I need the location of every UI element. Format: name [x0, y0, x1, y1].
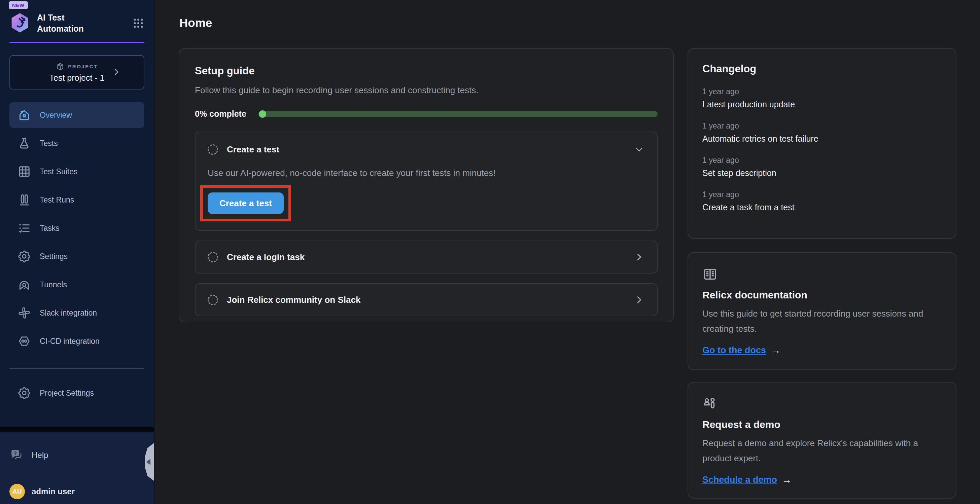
task-list-icon — [18, 221, 31, 235]
sidebar-item-label: Test Suites — [40, 167, 78, 176]
setup-guide-subtitle: Follow this guide to begin recording use… — [195, 85, 658, 95]
sidebar-item-tests[interactable]: Tests — [10, 130, 145, 156]
progress-dot — [259, 110, 266, 118]
request-demo-title: Request a demo — [702, 419, 942, 430]
request-demo-card: Request a demo Request a demo and explor… — [687, 382, 956, 499]
arrow-right-icon: → — [771, 345, 781, 356]
sidebar-item-tasks[interactable]: Tasks — [10, 215, 145, 241]
changelog-entry: 1 year ago Automatic retries on test fai… — [702, 121, 942, 144]
new-badge: NEW — [9, 2, 28, 9]
tunnel-icon — [18, 278, 31, 291]
step-title: Create a test — [227, 144, 279, 155]
step-incomplete-icon — [208, 144, 218, 155]
collapse-arrow-icon — [146, 459, 150, 465]
step-header[interactable]: Create a login task — [196, 241, 657, 273]
two-users-icon — [702, 396, 942, 412]
sidebar-nav: Overview Tests Test Suit — [10, 102, 145, 354]
svg-text:?: ? — [14, 450, 17, 456]
sidebar-item-label: Project Settings — [40, 389, 94, 397]
sidebar-item-settings[interactable]: Settings — [10, 243, 145, 269]
sidebar-bottom-separator — [0, 427, 154, 432]
app-grid-icon[interactable] — [132, 17, 145, 29]
changelog-card: Changelog 1 year ago Latest production u… — [687, 48, 956, 239]
arrow-right-icon: → — [782, 474, 792, 485]
step-header[interactable]: Join Relicx community on Slack — [196, 284, 657, 316]
package-icon — [56, 62, 65, 71]
sidebar-item-slack-integration[interactable]: Slack integration — [10, 300, 145, 326]
setup-guide-title: Setup guide — [195, 65, 658, 77]
sidebar-bottom-section: ? Help AU admin user — [0, 432, 154, 504]
sidebar-item-label: Settings — [40, 252, 68, 261]
setup-step-login-task: Create a login task — [195, 240, 658, 273]
sidebar-item-label: Tunnels — [40, 280, 67, 289]
slack-icon — [18, 306, 31, 320]
sidebar-item-label: Tasks — [40, 224, 60, 233]
step-title: Join Relicx community on Slack — [227, 295, 360, 305]
help-chat-icon: ? — [10, 448, 24, 462]
sidebar-item-test-runs[interactable]: Test Runs — [10, 187, 145, 213]
gear-icon — [18, 386, 31, 400]
sidebar-item-label: Tests — [40, 139, 58, 148]
step-header[interactable]: Create a test — [196, 132, 657, 161]
changelog-title: Changelog — [702, 63, 942, 75]
request-demo-description: Request a demo and explore Relicx's capa… — [702, 436, 941, 466]
sidebar-item-overview[interactable]: Overview — [10, 102, 145, 128]
brand: AI Test Automation — [10, 12, 145, 34]
changelog-time: 1 year ago — [702, 190, 942, 199]
chevron-right-icon — [633, 251, 645, 263]
changelog-text: Latest production update — [702, 100, 942, 109]
changelog-entry: 1 year ago Create a task from a test — [702, 190, 942, 212]
help-label: Help — [32, 450, 48, 460]
progress-label: 0% complete — [195, 109, 247, 119]
sidebar-item-project-settings[interactable]: Project Settings — [10, 380, 145, 406]
chevron-right-icon — [111, 67, 121, 77]
page-title: Home — [180, 16, 212, 30]
changelog-time: 1 year ago — [702, 156, 942, 165]
cicd-hexagon-icon — [18, 334, 31, 348]
changelog-text: Set step description — [702, 168, 942, 178]
changelog-time: 1 year ago — [702, 87, 942, 96]
gear-icon — [18, 250, 31, 263]
documentation-card: Relicx documentation Use this guide to g… — [687, 252, 956, 370]
chevron-right-icon — [633, 294, 645, 305]
app-title: AI Test Automation — [37, 12, 94, 34]
sidebar-item-label: Overview — [40, 111, 72, 120]
step-incomplete-icon — [208, 252, 218, 262]
sidebar-item-label: Slack integration — [40, 308, 97, 318]
user-menu[interactable]: AU admin user — [10, 484, 145, 499]
progress-bar — [258, 111, 658, 117]
sidebar-item-test-suites[interactable]: Test Suites — [10, 159, 145, 184]
changelog-time: 1 year ago — [702, 121, 942, 130]
sidebar-item-label: Test Runs — [40, 196, 74, 205]
help-button[interactable]: ? Help — [10, 448, 145, 462]
changelog-text: Automatic retries on test failure — [702, 134, 942, 144]
project-selector[interactable]: PROJECT Test project - 1 — [10, 55, 145, 89]
changelog-entry: 1 year ago Latest production update — [702, 87, 942, 109]
project-label: PROJECT — [68, 64, 98, 69]
sidebar-item-tunnels[interactable]: Tunnels — [10, 272, 145, 297]
avatar: AU — [10, 484, 25, 499]
user-name: admin user — [32, 487, 75, 496]
setup-guide-card: Setup guide Follow this guide to begin r… — [179, 48, 674, 322]
go-to-docs-link[interactable]: Go to the docs — [702, 345, 766, 356]
accent-divider — [10, 42, 145, 43]
documentation-title: Relicx documentation — [702, 289, 942, 301]
changelog-entry: 1 year ago Set step description — [702, 156, 942, 178]
setup-step-create-test: Create a test Use our AI-powered, no-cod… — [195, 132, 658, 231]
sidebar-item-label: CI-CD integration — [40, 337, 100, 346]
sidebar: NEW AI Test Automation — [0, 0, 154, 504]
changelog-text: Create a task from a test — [702, 202, 942, 212]
step-description: Use our AI-powered, no-code interface to… — [208, 168, 645, 178]
step-title: Create a login task — [227, 252, 305, 262]
create-test-button[interactable]: Create a test — [208, 192, 284, 214]
setup-progress: 0% complete — [195, 109, 658, 119]
project-name: Test project - 1 — [49, 73, 105, 83]
chevron-down-icon — [633, 144, 645, 155]
test-tubes-icon — [18, 193, 31, 207]
home-icon — [18, 108, 31, 122]
sidebar-item-cicd-integration[interactable]: CI-CD integration — [10, 328, 145, 354]
annotation-highlight-box: Create a test — [200, 185, 291, 221]
schedule-demo-link[interactable]: Schedule a demo — [702, 475, 777, 485]
documentation-description: Use this guide to get started recording … — [702, 306, 941, 337]
app-logo-icon — [10, 12, 30, 34]
